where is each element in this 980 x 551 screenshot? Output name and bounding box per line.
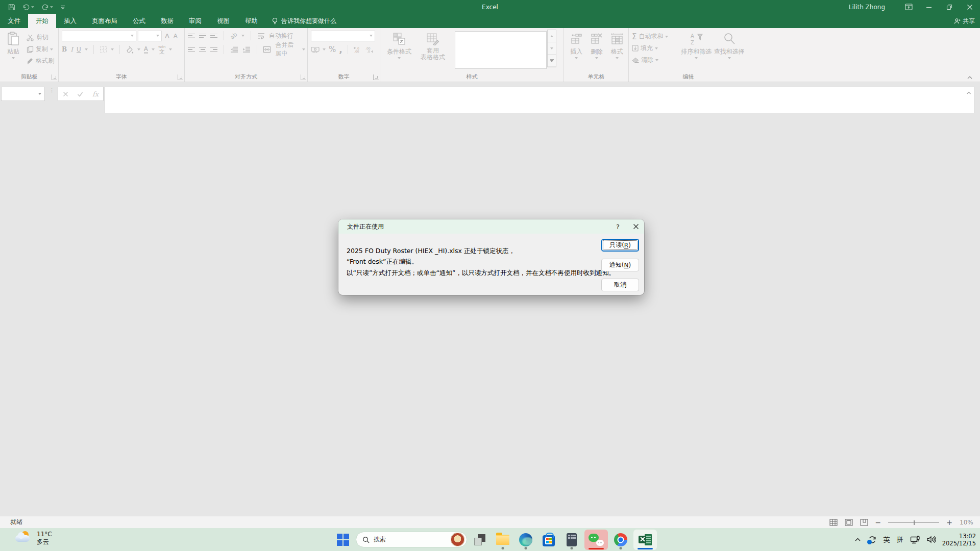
- align-center-icon[interactable]: [199, 47, 206, 52]
- account-user-name[interactable]: Lilith Zhong: [849, 4, 885, 11]
- tab-formulas[interactable]: 公式: [125, 14, 153, 28]
- cancel-entry-icon[interactable]: [63, 91, 68, 97]
- cancel-button[interactable]: 取消: [601, 279, 639, 291]
- increase-decimal-icon[interactable]: .0.00: [353, 46, 362, 53]
- underline-button[interactable]: U: [77, 46, 81, 53]
- update-sync-icon[interactable]: [868, 536, 877, 544]
- tab-data[interactable]: 数据: [153, 14, 181, 28]
- font-size-combo[interactable]: [138, 31, 162, 41]
- page-break-view-icon[interactable]: [860, 519, 868, 526]
- decrease-decimal-icon[interactable]: .00.0: [365, 46, 374, 53]
- zoom-out-button[interactable]: −: [875, 519, 881, 526]
- decrease-indent-icon[interactable]: [230, 46, 238, 53]
- font-dialog-launcher[interactable]: [178, 74, 183, 80]
- font-color-dropdown[interactable]: [152, 48, 155, 51]
- ribbon-display-options-button[interactable]: [898, 0, 919, 14]
- align-left-icon[interactable]: [188, 47, 195, 52]
- autosum-button[interactable]: Σ 自动求和: [632, 31, 680, 42]
- clipboard-dialog-launcher[interactable]: [52, 74, 57, 80]
- tab-page-layout[interactable]: 页面布局: [84, 14, 125, 28]
- font-name-combo[interactable]: [62, 31, 136, 41]
- font-color-button[interactable]: A: [144, 46, 148, 54]
- volume-icon[interactable]: [926, 536, 936, 543]
- accounting-format-icon[interactable]: [311, 46, 320, 53]
- accounting-dropdown[interactable]: [323, 48, 326, 51]
- conditional-formatting-button[interactable]: 条件格式: [383, 30, 415, 69]
- phonetic-dropdown[interactable]: [169, 48, 172, 51]
- align-right-icon[interactable]: [210, 47, 217, 52]
- weather-widget[interactable]: 11°C 多云: [14, 530, 52, 547]
- phonetic-guide-button[interactable]: wén 文: [158, 44, 165, 55]
- tell-me-box[interactable]: 告诉我你想要做什么: [265, 14, 342, 28]
- wechat-button[interactable]: [584, 530, 608, 550]
- tab-insert[interactable]: 插入: [56, 14, 84, 28]
- chrome-button[interactable]: [610, 530, 631, 550]
- increase-indent-icon[interactable]: [242, 46, 251, 53]
- format-painter-button[interactable]: 格式刷: [27, 56, 54, 66]
- minimize-button[interactable]: [919, 0, 939, 14]
- notify-button[interactable]: 通知(N): [601, 259, 639, 271]
- fill-color-icon[interactable]: [126, 46, 134, 54]
- read-only-button[interactable]: 只读(R): [601, 239, 639, 252]
- underline-dropdown[interactable]: [85, 48, 88, 51]
- clear-button[interactable]: 清除: [632, 55, 680, 65]
- insert-function-button[interactable]: fx: [92, 90, 99, 98]
- formula-bar-splitter[interactable]: ⋮: [49, 89, 55, 92]
- share-button[interactable]: 共享: [954, 14, 975, 28]
- ime-pinyin-indicator[interactable]: 拼: [897, 535, 903, 544]
- orientation-dropdown[interactable]: [241, 35, 244, 37]
- borders-icon[interactable]: [100, 46, 107, 54]
- merge-center-dropdown[interactable]: [302, 48, 305, 51]
- microsoft-store-button[interactable]: [538, 530, 559, 550]
- tab-file[interactable]: 文件: [0, 14, 28, 28]
- cut-button[interactable]: 剪切: [27, 32, 54, 43]
- hidden-icons-chevron[interactable]: [854, 537, 861, 542]
- format-as-table-button[interactable]: 套用 表格格式: [417, 30, 449, 69]
- align-middle-icon[interactable]: [199, 34, 206, 38]
- start-button[interactable]: [333, 530, 353, 550]
- edge-button[interactable]: [516, 530, 536, 550]
- merge-center-button[interactable]: 合并后居中: [275, 41, 298, 58]
- number-format-combo[interactable]: [311, 31, 375, 41]
- name-box[interactable]: [1, 87, 45, 101]
- orientation-icon[interactable]: ab: [229, 31, 238, 41]
- zoom-slider-thumb[interactable]: [914, 520, 915, 525]
- file-explorer-button[interactable]: [493, 530, 513, 550]
- wrap-text-button[interactable]: 自动换行: [269, 32, 293, 40]
- fill-button[interactable]: 填充: [632, 43, 680, 54]
- search-highlight-image[interactable]: [451, 533, 464, 546]
- enter-entry-icon[interactable]: [77, 91, 83, 97]
- number-dialog-launcher[interactable]: [373, 74, 379, 80]
- tab-home[interactable]: 开始: [28, 14, 56, 28]
- dialog-help-button[interactable]: ?: [616, 223, 620, 231]
- comma-style-button[interactable]: ,: [339, 47, 342, 52]
- percent-style-button[interactable]: %: [329, 45, 336, 54]
- alignment-dialog-launcher[interactable]: [301, 74, 306, 80]
- insert-cells-button[interactable]: 插入: [567, 30, 586, 59]
- clock-widget[interactable]: 13:02 2025/12/15: [942, 533, 976, 547]
- grow-font-button[interactable]: A: [165, 32, 169, 40]
- cell-styles-gallery[interactable]: [455, 31, 547, 69]
- copy-button[interactable]: 复制: [27, 44, 54, 55]
- close-window-button[interactable]: [960, 0, 980, 14]
- page-layout-view-icon[interactable]: [845, 519, 853, 526]
- align-bottom-icon[interactable]: [210, 34, 217, 38]
- restore-button[interactable]: [939, 0, 960, 14]
- align-top-icon[interactable]: [188, 34, 195, 38]
- normal-view-icon[interactable]: [829, 519, 838, 526]
- zoom-slider[interactable]: [888, 522, 939, 523]
- find-select-button[interactable]: 查找和选择: [713, 30, 746, 65]
- tab-help[interactable]: 帮助: [237, 14, 265, 28]
- zoom-level[interactable]: 10%: [960, 519, 975, 526]
- undo-button[interactable]: [22, 4, 34, 10]
- excel-taskbar-button[interactable]: [633, 530, 657, 550]
- redo-button[interactable]: [41, 4, 53, 10]
- format-cells-button[interactable]: 格式: [607, 30, 626, 59]
- gallery-up-button[interactable]: [548, 30, 556, 42]
- italic-button[interactable]: I: [70, 46, 73, 53]
- gallery-scroll-rail[interactable]: [547, 30, 556, 67]
- formula-input[interactable]: [105, 87, 975, 113]
- task-view-button[interactable]: [470, 530, 490, 550]
- formula-bar-expand-chevron[interactable]: [966, 91, 971, 95]
- customize-qat-button[interactable]: [60, 5, 65, 10]
